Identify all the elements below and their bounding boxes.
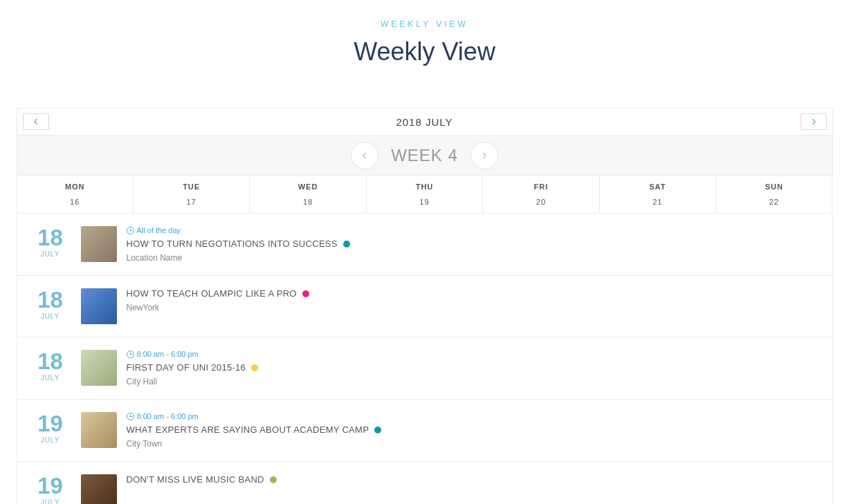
day-name: MON	[17, 183, 133, 191]
event-body: All of the dayHOW TO TURN NEGOTIATIONS I…	[127, 226, 820, 263]
page-container: WEEKLY VIEW Weekly View 2018 JULY WEEK 4…	[17, 0, 833, 504]
next-week-button[interactable]	[471, 142, 498, 169]
next-month-button[interactable]	[801, 113, 827, 130]
month-bar: 2018 JULY	[17, 108, 833, 136]
event-location: City Hall	[127, 377, 820, 386]
event-month: JULY	[30, 498, 71, 504]
event-location: NewYork	[127, 303, 820, 312]
event-date: 18JULY	[30, 288, 71, 320]
category-dot-icon	[374, 427, 381, 433]
event-body: 8:00 am - 6:00 pmFIRST DAY OF UNI 2015-1…	[127, 350, 820, 386]
clock-icon	[127, 227, 134, 234]
event-title-row: DON'T MISS LIVE MUSIC BAND	[127, 474, 820, 485]
events-list: 18JULYAll of the dayHOW TO TURN NEGOTIAT…	[17, 214, 833, 504]
month-label: 2018 JULY	[17, 116, 832, 128]
day-cell[interactable]: FRI20	[483, 176, 599, 214]
event-thumbnail	[81, 474, 117, 504]
clock-icon	[127, 413, 134, 420]
chevron-right-icon	[481, 152, 488, 159]
event-date: 18JULY	[30, 226, 71, 258]
day-number: 19	[367, 198, 482, 206]
event-month: JULY	[30, 436, 71, 444]
day-number: 17	[134, 198, 249, 206]
clock-icon	[127, 351, 134, 358]
event-row[interactable]: 19JULYDON'T MISS LIVE MUSIC BAND	[17, 462, 832, 504]
event-title: HOW TO TURN NEGOTIATIONS INTO SUCCESS	[127, 239, 338, 249]
category-dot-icon	[251, 364, 258, 371]
event-day-number: 18	[30, 226, 71, 249]
page-subtitle: WEEKLY VIEW	[17, 19, 833, 29]
day-cell[interactable]: MON16	[17, 176, 134, 214]
event-row[interactable]: 19JULY8:00 am - 6:00 pmWHAT EXPERTS ARE …	[17, 400, 832, 462]
event-body: HOW TO TEACH OLAMPIC LIKE A PRONewYork	[127, 288, 820, 312]
day-name: TUE	[134, 183, 249, 191]
event-thumbnail	[81, 288, 117, 324]
chevron-left-icon	[361, 152, 368, 159]
event-row[interactable]: 18JULYHOW TO TEACH OLAMPIC LIKE A PRONew…	[17, 276, 832, 337]
day-name: THU	[367, 183, 482, 191]
day-name: SAT	[600, 183, 715, 191]
event-date: 18JULY	[30, 350, 71, 382]
event-time: 8:00 am - 6:00 pm	[137, 350, 199, 358]
event-title: WHAT EXPERTS ARE SAYING ABOUT ACADEMY CA…	[127, 424, 369, 435]
event-row[interactable]: 18JULY8:00 am - 6:00 pmFIRST DAY OF UNI …	[17, 337, 832, 400]
chevron-right-icon	[810, 118, 817, 125]
category-dot-icon	[302, 290, 309, 297]
event-day-number: 19	[30, 474, 71, 497]
event-month: JULY	[30, 312, 71, 320]
chevron-left-icon	[33, 118, 39, 125]
event-title-row: HOW TO TURN NEGOTIATIONS INTO SUCCESS	[127, 239, 820, 249]
week-label: WEEK 4	[391, 146, 458, 165]
event-day-number: 18	[30, 350, 71, 373]
event-time-row: All of the day	[127, 226, 820, 234]
day-cell[interactable]: TUE17	[134, 176, 250, 214]
day-name: WED	[250, 183, 365, 191]
event-thumbnail	[81, 350, 117, 386]
event-row[interactable]: 18JULYAll of the dayHOW TO TURN NEGOTIAT…	[17, 214, 832, 276]
event-location: Location Name	[127, 253, 820, 263]
day-cell[interactable]: SUN22	[716, 176, 832, 214]
event-title: HOW TO TEACH OLAMPIC LIKE A PRO	[127, 288, 297, 299]
week-bar: WEEK 4	[17, 136, 833, 176]
day-number: 18	[250, 198, 365, 206]
event-time: 8:00 am - 6:00 pm	[137, 412, 199, 420]
category-dot-icon	[343, 241, 350, 248]
event-time-row: 8:00 am - 6:00 pm	[127, 350, 820, 358]
prev-week-button[interactable]	[351, 142, 378, 169]
event-time: All of the day	[137, 226, 181, 234]
day-number: 21	[600, 198, 715, 206]
event-location: City Town	[127, 439, 820, 449]
event-title: FIRST DAY OF UNI 2015-16	[127, 362, 246, 373]
days-row: MON16TUE17WED18THU19FRI20SAT21SUN22	[17, 176, 833, 214]
event-day-number: 18	[30, 288, 71, 311]
event-title-row: FIRST DAY OF UNI 2015-16	[127, 362, 820, 373]
event-body: DON'T MISS LIVE MUSIC BAND	[127, 474, 820, 489]
day-cell[interactable]: WED18	[250, 176, 366, 214]
event-date: 19JULY	[30, 412, 71, 444]
category-dot-icon	[270, 476, 277, 483]
event-title: DON'T MISS LIVE MUSIC BAND	[127, 474, 264, 485]
event-body: 8:00 am - 6:00 pmWHAT EXPERTS ARE SAYING…	[127, 412, 820, 449]
day-number: 16	[17, 198, 133, 206]
page-title: Weekly View	[17, 37, 833, 66]
day-number: 20	[483, 198, 599, 206]
event-thumbnail	[81, 412, 117, 448]
event-title-row: HOW TO TEACH OLAMPIC LIKE A PRO	[127, 288, 820, 299]
prev-month-button[interactable]	[23, 113, 49, 130]
event-thumbnail	[81, 226, 117, 262]
event-month: JULY	[30, 250, 71, 258]
event-day-number: 19	[30, 412, 71, 435]
day-name: SUN	[716, 183, 832, 191]
day-cell[interactable]: SAT21	[600, 176, 716, 214]
day-number: 22	[716, 198, 832, 206]
event-time-row: 8:00 am - 6:00 pm	[127, 412, 820, 420]
event-month: JULY	[30, 374, 71, 382]
event-title-row: WHAT EXPERTS ARE SAYING ABOUT ACADEMY CA…	[127, 424, 820, 435]
event-date: 19JULY	[30, 474, 71, 504]
day-name: FRI	[483, 183, 599, 191]
day-cell[interactable]: THU19	[367, 176, 483, 214]
